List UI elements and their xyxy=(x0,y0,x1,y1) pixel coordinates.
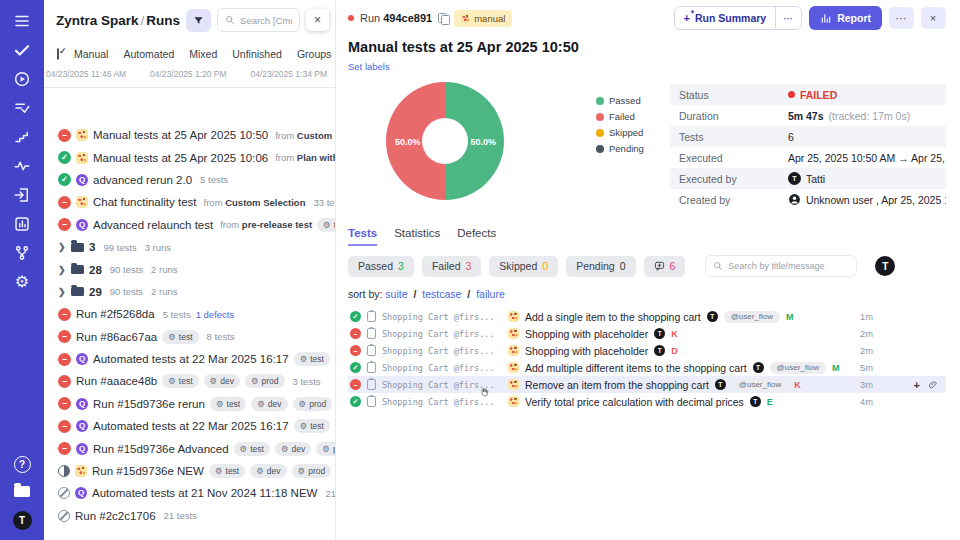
run-row[interactable]: –Run #86ac67aa⚙test8 tests xyxy=(44,326,335,348)
run-row[interactable]: –QAdvanced relaunch testfrom pre-release… xyxy=(44,214,335,236)
set-labels-link[interactable]: Set labels xyxy=(348,61,390,72)
legend-item-passed: Passed xyxy=(596,95,644,106)
sort-option-suite[interactable]: suite xyxy=(385,288,410,300)
run-row[interactable]: ✓Manual tests at 25 Apr 2025 10:06from P… xyxy=(44,146,335,168)
steps-icon[interactable] xyxy=(13,128,31,146)
automation-run-icon: Q xyxy=(76,443,88,455)
select-all-icon[interactable] xyxy=(57,48,59,60)
settings-gear-icon[interactable]: ⚙ xyxy=(13,273,31,291)
run-row[interactable]: –Manual tests at 25 Apr 2025 10:50from C… xyxy=(44,124,335,146)
tests-search[interactable] xyxy=(705,255,857,277)
run-row[interactable]: Run #2c2c170621 tests xyxy=(44,505,335,527)
status-aborted-icon xyxy=(58,510,70,522)
comments-chip[interactable]: 6 xyxy=(644,256,686,277)
tests-search-input[interactable] xyxy=(728,261,849,271)
run-row[interactable]: –QRun #15d9736e Advanced⚙test⚙dev⚙prod4 … xyxy=(44,437,335,459)
runs-tab-mixed[interactable]: Mixed xyxy=(189,48,217,60)
run-summary-more-button[interactable]: ⋯ xyxy=(775,7,801,29)
run-row[interactable]: Run #15d9736e NEW⚙test⚙dev⚙prod5/5 tests xyxy=(44,460,335,482)
more-options-button[interactable]: ⋯ xyxy=(889,7,914,29)
filter-chip-passed[interactable]: Passed3 xyxy=(348,256,414,277)
test-result-row[interactable]: ✓Shopping Cart @firs...Verify total pric… xyxy=(348,393,946,410)
results-filter-row: Passed3Failed3Skipped0Pending0 6 T xyxy=(348,255,946,277)
test-tag-badge: @user_flow xyxy=(732,379,788,391)
chevron-right-icon[interactable]: ❯ xyxy=(58,287,66,297)
timeline-date: 04/23/2025 11:46 AM xyxy=(46,69,126,79)
test-suite-name: Shopping Cart @firs... xyxy=(382,363,502,373)
test-result-row[interactable]: –Shopping Cart @firs...Remove an item fr… xyxy=(348,376,946,393)
filter-chip-failed[interactable]: Failed3 xyxy=(422,256,481,277)
chart-legend: PassedFailedSkippedPending xyxy=(596,95,644,154)
runs-tab-automated[interactable]: Automated xyxy=(123,48,174,60)
activity-icon[interactable] xyxy=(13,157,31,175)
menu-icon[interactable] xyxy=(13,12,31,30)
avatar: T xyxy=(788,172,801,185)
runs-tab-groups[interactable]: Groups xyxy=(297,48,331,60)
runs-search-input[interactable] xyxy=(240,15,292,26)
test-runs-icon[interactable] xyxy=(13,186,31,204)
runs-play-icon[interactable] xyxy=(13,70,31,88)
close-detail-button[interactable]: × xyxy=(921,7,946,29)
run-row[interactable]: –Run #aaace48b⚙test⚙dev⚙prod3 tests xyxy=(44,370,335,392)
runs-group-row[interactable]: ❯2890 tests2 runs xyxy=(44,258,335,280)
filter-button[interactable] xyxy=(186,9,211,32)
list-check-icon[interactable] xyxy=(13,99,31,117)
run-summary-button[interactable]: +✦Run Summary ⋯ xyxy=(674,6,803,30)
chevron-right-icon[interactable]: ❯ xyxy=(58,242,66,252)
run-title: Run #2f5268da xyxy=(76,308,155,320)
run-info-table: StatusFAILEDDuration5m 47s (tracked: 17m… xyxy=(670,84,946,210)
attachment-icon[interactable] xyxy=(928,380,938,390)
run-detail-panel: Run 494ce891 manual +✦Run Summary ⋯ Repo… xyxy=(336,0,960,540)
runs-search[interactable] xyxy=(217,8,300,32)
reports-icon[interactable] xyxy=(13,215,31,233)
filter-chip-pending[interactable]: Pending0 xyxy=(566,256,635,277)
test-title: Add multiple different items to the shop… xyxy=(525,362,747,374)
status-failed-icon: – xyxy=(58,397,71,410)
assignee-filter-avatar[interactable]: T xyxy=(875,256,895,276)
report-button[interactable]: Report xyxy=(809,6,882,30)
run-defects-link[interactable]: 1 defects xyxy=(196,309,235,320)
env-tag-prod: ⚙prod xyxy=(293,397,333,411)
chevron-right-icon[interactable]: ❯ xyxy=(58,265,66,275)
runs-group-row[interactable]: ❯2990 tests2 runs xyxy=(44,281,335,303)
breadcrumb-project[interactable]: Zyntra Spark xyxy=(56,13,139,28)
tab-defects[interactable]: Defects xyxy=(457,227,496,246)
run-row[interactable]: –QAutomated tests at 22 Mar 2025 16:17⚙t… xyxy=(44,348,335,370)
run-row[interactable]: –QAutomated tests at 22 Mar 2025 16:17⚙t… xyxy=(44,415,335,437)
copy-icon[interactable] xyxy=(438,13,448,24)
check-icon[interactable] xyxy=(13,41,31,59)
run-row[interactable]: –Chat functinality testfrom Custom Selec… xyxy=(44,191,335,213)
run-row[interactable]: –QRun #15d9736e rerun⚙test⚙dev⚙prod5 tes… xyxy=(44,393,335,415)
env-tag-test: ⚙test xyxy=(317,218,335,232)
test-result-row[interactable]: ✓Shopping Cart @firs...Add a single item… xyxy=(348,308,946,325)
emoji-case-icon xyxy=(508,311,519,322)
tab-tests[interactable]: Tests xyxy=(348,227,377,246)
testcase-icon xyxy=(367,328,376,339)
run-overview: 50.0% 50.0% PassedFailedSkippedPending S… xyxy=(348,82,946,210)
filter-chip-skipped[interactable]: Skipped0 xyxy=(489,256,558,277)
group-name: 28 xyxy=(89,264,102,276)
add-result-button[interactable]: + xyxy=(914,379,920,391)
help-icon[interactable]: ? xyxy=(14,456,31,473)
runs-tab-unfinished[interactable]: Unfinished xyxy=(232,48,282,60)
projects-folder-icon[interactable] xyxy=(14,486,30,497)
sort-option-failure[interactable]: failure xyxy=(473,288,505,300)
panel-close-button[interactable]: × xyxy=(306,9,329,31)
test-result-row[interactable]: –Shopping Cart @firs...Shopping with pla… xyxy=(348,325,946,342)
sort-option-testcase[interactable]: testcase xyxy=(419,288,464,300)
status-failed-icon: – xyxy=(58,330,71,343)
emoji-case-icon xyxy=(508,362,519,373)
run-row[interactable]: QAutomated tests at 21 Nov 2024 11:18 NE… xyxy=(44,482,335,504)
run-row[interactable]: ✓Qadvanced rerun 2.05 tests xyxy=(44,169,335,191)
status-failed-icon: – xyxy=(58,420,71,433)
tab-statistics[interactable]: Statistics xyxy=(394,227,440,246)
test-result-row[interactable]: ✓Shopping Cart @firs...Add multiple diff… xyxy=(348,359,946,376)
user-avatar[interactable]: T xyxy=(13,511,32,530)
funnel-icon xyxy=(193,15,204,26)
runs-tab-manual[interactable]: Manual xyxy=(74,48,108,60)
test-result-row[interactable]: –Shopping Cart @firs...Shopping with pla… xyxy=(348,342,946,359)
branch-icon[interactable] xyxy=(13,244,31,262)
run-row[interactable]: –Run #2f5268da5 tests1 defects xyxy=(44,303,335,325)
runs-group-row[interactable]: ❯399 tests3 runs xyxy=(44,236,335,258)
sort-row: sort by: suite / testcase / failure xyxy=(348,288,946,300)
